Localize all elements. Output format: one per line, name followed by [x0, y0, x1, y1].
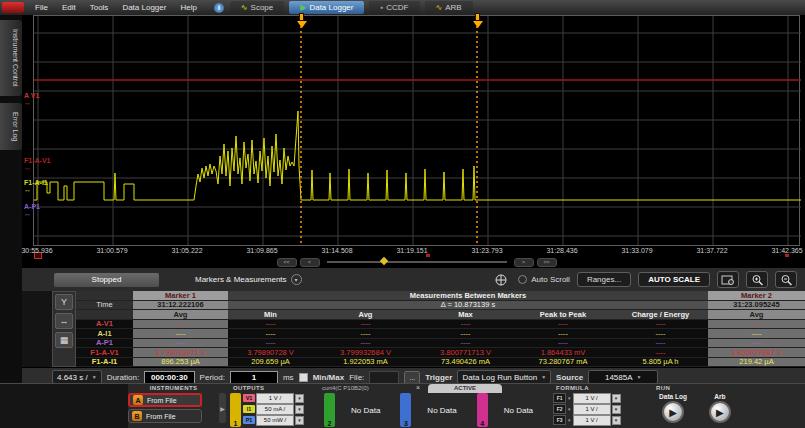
- table-cell: ----: [513, 329, 613, 339]
- close-icon[interactable]: ×: [416, 384, 420, 392]
- duration-field[interactable]: 000:00:30: [144, 371, 194, 384]
- output-channel-3[interactable]: 3No Data: [400, 393, 456, 427]
- ranges-button[interactable]: Ranges...: [577, 272, 631, 287]
- x-tick-label: 30:55.936: [21, 247, 52, 254]
- source-dropdown[interactable]: 14585A ▼: [588, 370, 658, 384]
- tools-icon[interactable]: Y: [55, 294, 73, 310]
- screenshot-icon[interactable]: [717, 271, 739, 288]
- table-cell: 896.253 µA: [133, 358, 228, 368]
- markers-icon[interactable]: ↔: [55, 313, 73, 329]
- menu-edit[interactable]: Edit: [55, 3, 83, 12]
- sidebar-tab-instrument-control[interactable]: Instrument Control: [0, 20, 22, 96]
- output-channel-1[interactable]: 1V11 V /▼I150 mA /▼P150 mW /▼: [230, 393, 304, 427]
- pan-left-button[interactable]: <: [300, 258, 320, 267]
- log-marker-icon: [785, 254, 789, 257]
- output-channel-4[interactable]: 4No Data: [477, 393, 533, 427]
- x-tick-label: 31:23.793: [471, 247, 502, 254]
- table-cell: Avg: [708, 310, 805, 320]
- marker-arrow-icon[interactable]: [472, 13, 483, 28]
- tab-label: CCDF: [386, 3, 408, 12]
- file-label: File:: [349, 373, 364, 382]
- data-log-play-button[interactable]: ▶: [662, 401, 684, 423]
- zoom-in-icon[interactable]: [746, 271, 768, 288]
- table-cell: ----: [513, 339, 613, 349]
- auto-scroll-toggle[interactable]: Auto Scroll: [518, 275, 570, 284]
- active-session-tab[interactable]: ACTIVE: [428, 384, 502, 393]
- browse-button[interactable]: ...: [404, 371, 420, 384]
- timebase-value: 4.643 s /: [57, 373, 88, 382]
- x-tick-label: 31:33.079: [621, 247, 652, 254]
- menu-tools[interactable]: Tools: [83, 3, 116, 12]
- x-axis-labels: 30:55.93631:00.57931:05.22231:09.86531:1…: [33, 246, 800, 257]
- chevron-down-icon[interactable]: ▾: [291, 274, 302, 285]
- table-cell: 73.280767 mA: [513, 358, 613, 368]
- table-cell: ----: [313, 329, 418, 339]
- table-cell: ----: [418, 329, 513, 339]
- minmax-checkbox[interactable]: [299, 373, 308, 382]
- info-icon[interactable]: i: [214, 3, 224, 13]
- sidebar-tab-error-log[interactable]: Error Log: [0, 103, 22, 150]
- instrument-b-label: From File: [146, 413, 176, 420]
- dock-expand-handle[interactable]: ▶: [219, 393, 226, 423]
- tab-label: Scope: [251, 3, 274, 12]
- bottom-dock: INSTRUMENTS A From File B From File ▶ OU…: [0, 383, 805, 428]
- zoom-out-icon[interactable]: [775, 271, 797, 288]
- chevron-down-icon: ▼: [92, 374, 97, 380]
- no-data-label: No Data: [351, 406, 380, 415]
- grid-view-icon[interactable]: ▦: [55, 332, 73, 348]
- instrument-b-button[interactable]: B From File: [128, 409, 202, 423]
- table-icon-strip: Y ↔ ▦: [52, 291, 76, 367]
- table-cell: Max: [418, 310, 513, 320]
- table-cell: ----: [133, 339, 228, 349]
- pan-fast-right-button[interactable]: >>: [537, 258, 557, 267]
- channel-label: A V1↔: [24, 92, 39, 106]
- table-cell: Avg: [133, 310, 228, 320]
- row-label: A-I1: [76, 329, 133, 339]
- minmax-label: Min/Max: [313, 373, 345, 382]
- tab-arb[interactable]: ∿ ARB: [425, 1, 473, 14]
- menu-data-logger[interactable]: Data Logger: [115, 3, 173, 12]
- formula-row[interactable]: F1▼1 V /▼: [553, 393, 653, 403]
- pan-right-button[interactable]: >: [514, 258, 534, 267]
- crosshair-icon[interactable]: [491, 272, 511, 287]
- instrument-a-button[interactable]: A From File: [128, 393, 202, 407]
- tab-ccdf[interactable]: ▪ CCDF: [369, 1, 419, 14]
- trigger-dropdown[interactable]: Data Log Run Button ▼: [457, 370, 551, 384]
- plot-area[interactable]: A V1↔F1-A-V1↔F1-A-I1↔A-P1↔: [33, 15, 800, 246]
- timebase-dropdown[interactable]: 4.643 s / ▼: [52, 370, 102, 384]
- marker-arrow-icon[interactable]: [296, 13, 307, 28]
- chart-toolbar: Stopped Markers & Measurements ▾ Auto Sc…: [22, 267, 805, 291]
- view-selector[interactable]: Markers & Measurements ▾: [195, 274, 302, 285]
- pan-track[interactable]: [327, 261, 507, 263]
- menu-help[interactable]: Help: [173, 3, 203, 12]
- table-cell: [76, 310, 133, 320]
- formula-row[interactable]: F3▼1 V /▼: [553, 415, 653, 425]
- stopped-status-button[interactable]: Stopped: [54, 273, 159, 287]
- channel-scale-row[interactable]: I150 mA /▼: [243, 404, 304, 414]
- output-channel-2[interactable]: 2No Data: [324, 393, 380, 427]
- x-tick-label: 31:09.865: [246, 247, 277, 254]
- arb-play-button[interactable]: ▶: [709, 401, 731, 423]
- pan-handle[interactable]: [379, 257, 387, 265]
- pan-fast-left-button[interactable]: <<: [277, 258, 297, 267]
- tab-label: Data Logger: [309, 3, 353, 12]
- toggle-dot-icon: [518, 275, 527, 284]
- channel-scale-row[interactable]: V11 V /▼: [243, 393, 304, 403]
- table-cell: ----: [708, 329, 805, 339]
- table-cell: ----: [418, 320, 513, 330]
- channel-scale-row[interactable]: P150 mW /▼: [243, 415, 304, 425]
- source-label: Source: [556, 373, 583, 382]
- file-field[interactable]: [369, 371, 399, 384]
- formula-row[interactable]: F2▼1 V /▼: [553, 404, 653, 414]
- marker-lines[interactable]: [301, 16, 477, 245]
- tab-scope[interactable]: ∿ Scope: [230, 1, 284, 14]
- menu-file[interactable]: File: [28, 3, 55, 12]
- no-data-label: No Data: [504, 406, 533, 415]
- auto-scale-button[interactable]: AUTO SCALE: [638, 272, 710, 287]
- period-field[interactable]: 1: [230, 371, 278, 384]
- outputs-channels: 1V11 V /▼I150 mA /▼P150 mW /▼2No Data3No…: [230, 393, 553, 427]
- left-sidebar: Instrument Control Error Log: [0, 15, 22, 383]
- table-cell: 1.864433 mV: [513, 348, 613, 358]
- table-cell: 3.800771713 V: [418, 348, 513, 358]
- formula-section: FORMULA F1▼1 V /▼F2▼1 V /▼F3▼1 V /▼: [553, 384, 653, 428]
